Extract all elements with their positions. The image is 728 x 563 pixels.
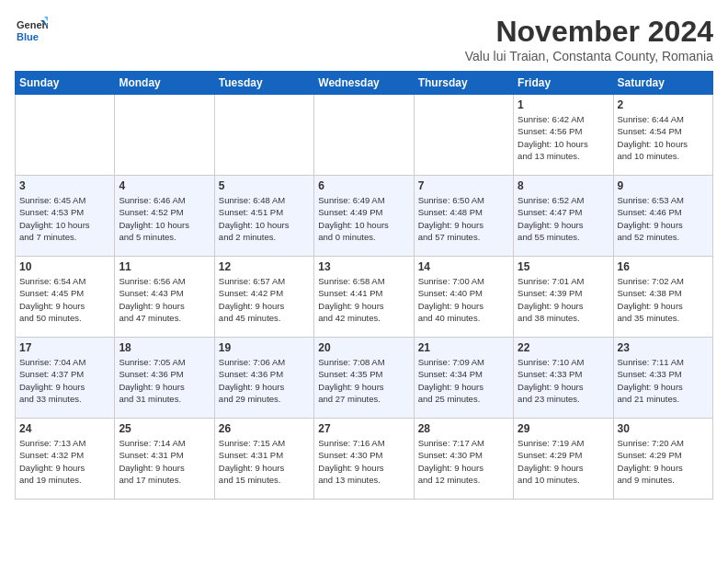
day-cell: 13Sunrise: 6:58 AM Sunset: 4:41 PM Dayli… (314, 257, 414, 338)
day-cell (214, 95, 313, 176)
day-number: 19 (219, 341, 310, 354)
weekday-header-sunday: Sunday (16, 72, 115, 95)
day-info: Sunrise: 6:54 AM Sunset: 4:45 PM Dayligh… (19, 275, 110, 324)
day-number: 17 (19, 341, 110, 354)
day-number: 30 (618, 422, 709, 435)
day-number: 8 (518, 179, 609, 192)
week-row-2: 3Sunrise: 6:45 AM Sunset: 4:53 PM Daylig… (16, 176, 713, 257)
day-info: Sunrise: 7:15 AM Sunset: 4:31 PM Dayligh… (219, 437, 310, 486)
day-number: 22 (518, 341, 609, 354)
weekday-header-saturday: Saturday (613, 72, 712, 95)
weekday-header-wednesday: Wednesday (314, 72, 414, 95)
day-cell: 24Sunrise: 7:13 AM Sunset: 4:32 PM Dayli… (16, 419, 115, 500)
day-number: 7 (418, 179, 509, 192)
day-info: Sunrise: 7:05 AM Sunset: 4:36 PM Dayligh… (119, 356, 210, 405)
day-cell: 25Sunrise: 7:14 AM Sunset: 4:31 PM Dayli… (115, 419, 214, 500)
weekday-header-row: SundayMondayTuesdayWednesdayThursdayFrid… (16, 72, 713, 95)
day-cell: 29Sunrise: 7:19 AM Sunset: 4:29 PM Dayli… (514, 419, 613, 500)
day-number: 12 (219, 260, 310, 273)
day-cell: 22Sunrise: 7:10 AM Sunset: 4:33 PM Dayli… (514, 338, 613, 419)
day-cell: 5Sunrise: 6:48 AM Sunset: 4:51 PM Daylig… (214, 176, 313, 257)
svg-text:Blue: Blue (17, 31, 39, 42)
weekday-header-tuesday: Tuesday (214, 72, 313, 95)
day-number: 24 (19, 422, 110, 435)
day-info: Sunrise: 7:16 AM Sunset: 4:30 PM Dayligh… (318, 437, 409, 486)
day-cell: 17Sunrise: 7:04 AM Sunset: 4:37 PM Dayli… (16, 338, 115, 419)
week-row-4: 17Sunrise: 7:04 AM Sunset: 4:37 PM Dayli… (16, 338, 713, 419)
header: General Blue November 2024 Valu lui Trai… (15, 15, 713, 63)
day-cell: 19Sunrise: 7:06 AM Sunset: 4:36 PM Dayli… (214, 338, 313, 419)
weekday-header-friday: Friday (514, 72, 613, 95)
day-cell (414, 95, 513, 176)
day-info: Sunrise: 6:46 AM Sunset: 4:52 PM Dayligh… (119, 194, 210, 243)
day-info: Sunrise: 7:04 AM Sunset: 4:37 PM Dayligh… (19, 356, 110, 405)
day-info: Sunrise: 7:09 AM Sunset: 4:34 PM Dayligh… (418, 356, 509, 405)
day-info: Sunrise: 6:49 AM Sunset: 4:49 PM Dayligh… (318, 194, 409, 243)
day-number: 6 (318, 179, 409, 192)
weekday-header-monday: Monday (115, 72, 214, 95)
day-number: 5 (219, 179, 310, 192)
day-cell: 16Sunrise: 7:02 AM Sunset: 4:38 PM Dayli… (613, 257, 712, 338)
calendar-table: SundayMondayTuesdayWednesdayThursdayFrid… (15, 71, 713, 500)
day-info: Sunrise: 6:48 AM Sunset: 4:51 PM Dayligh… (219, 194, 310, 243)
day-cell: 20Sunrise: 7:08 AM Sunset: 4:35 PM Dayli… (314, 338, 414, 419)
calendar-subtitle: Valu lui Traian, Constanta County, Roman… (465, 49, 713, 63)
calendar-title: November 2024 (465, 15, 713, 49)
week-row-5: 24Sunrise: 7:13 AM Sunset: 4:32 PM Dayli… (16, 419, 713, 500)
day-cell: 4Sunrise: 6:46 AM Sunset: 4:52 PM Daylig… (115, 176, 214, 257)
day-info: Sunrise: 7:06 AM Sunset: 4:36 PM Dayligh… (219, 356, 310, 405)
day-cell (115, 95, 214, 176)
day-cell: 7Sunrise: 6:50 AM Sunset: 4:48 PM Daylig… (414, 176, 513, 257)
day-info: Sunrise: 7:14 AM Sunset: 4:31 PM Dayligh… (119, 437, 210, 486)
day-number: 3 (19, 179, 110, 192)
logo-icon: General Blue (15, 15, 48, 48)
day-cell: 10Sunrise: 6:54 AM Sunset: 4:45 PM Dayli… (16, 257, 115, 338)
day-cell: 2Sunrise: 6:44 AM Sunset: 4:54 PM Daylig… (613, 95, 712, 176)
day-number: 4 (119, 179, 210, 192)
day-number: 28 (418, 422, 509, 435)
day-info: Sunrise: 6:42 AM Sunset: 4:56 PM Dayligh… (518, 113, 609, 162)
day-info: Sunrise: 7:10 AM Sunset: 4:33 PM Dayligh… (518, 356, 609, 405)
weekday-header-thursday: Thursday (414, 72, 513, 95)
day-cell: 9Sunrise: 6:53 AM Sunset: 4:46 PM Daylig… (613, 176, 712, 257)
logo: General Blue (15, 15, 48, 48)
week-row-1: 1Sunrise: 6:42 AM Sunset: 4:56 PM Daylig… (16, 95, 713, 176)
day-info: Sunrise: 7:19 AM Sunset: 4:29 PM Dayligh… (518, 437, 609, 486)
day-number: 29 (518, 422, 609, 435)
day-cell: 23Sunrise: 7:11 AM Sunset: 4:33 PM Dayli… (613, 338, 712, 419)
day-number: 27 (318, 422, 409, 435)
day-number: 18 (119, 341, 210, 354)
day-cell: 1Sunrise: 6:42 AM Sunset: 4:56 PM Daylig… (514, 95, 613, 176)
day-info: Sunrise: 6:56 AM Sunset: 4:43 PM Dayligh… (119, 275, 210, 324)
day-number: 9 (618, 179, 709, 192)
day-cell: 21Sunrise: 7:09 AM Sunset: 4:34 PM Dayli… (414, 338, 513, 419)
day-number: 14 (418, 260, 509, 273)
day-info: Sunrise: 7:11 AM Sunset: 4:33 PM Dayligh… (618, 356, 709, 405)
day-cell: 18Sunrise: 7:05 AM Sunset: 4:36 PM Dayli… (115, 338, 214, 419)
day-number: 10 (19, 260, 110, 273)
day-cell: 8Sunrise: 6:52 AM Sunset: 4:47 PM Daylig… (514, 176, 613, 257)
day-cell: 15Sunrise: 7:01 AM Sunset: 4:39 PM Dayli… (514, 257, 613, 338)
day-number: 26 (219, 422, 310, 435)
day-cell: 28Sunrise: 7:17 AM Sunset: 4:30 PM Dayli… (414, 419, 513, 500)
day-cell: 27Sunrise: 7:16 AM Sunset: 4:30 PM Dayli… (314, 419, 414, 500)
day-number: 13 (318, 260, 409, 273)
day-cell: 26Sunrise: 7:15 AM Sunset: 4:31 PM Dayli… (214, 419, 313, 500)
week-row-3: 10Sunrise: 6:54 AM Sunset: 4:45 PM Dayli… (16, 257, 713, 338)
day-cell: 11Sunrise: 6:56 AM Sunset: 4:43 PM Dayli… (115, 257, 214, 338)
day-cell (314, 95, 414, 176)
day-info: Sunrise: 6:52 AM Sunset: 4:47 PM Dayligh… (518, 194, 609, 243)
day-number: 2 (618, 98, 709, 111)
day-info: Sunrise: 7:13 AM Sunset: 4:32 PM Dayligh… (19, 437, 110, 486)
day-cell: 14Sunrise: 7:00 AM Sunset: 4:40 PM Dayli… (414, 257, 513, 338)
day-cell: 12Sunrise: 6:57 AM Sunset: 4:42 PM Dayli… (214, 257, 313, 338)
day-number: 15 (518, 260, 609, 273)
day-number: 11 (119, 260, 210, 273)
day-info: Sunrise: 6:53 AM Sunset: 4:46 PM Dayligh… (618, 194, 709, 243)
day-number: 25 (119, 422, 210, 435)
day-info: Sunrise: 7:08 AM Sunset: 4:35 PM Dayligh… (318, 356, 409, 405)
day-info: Sunrise: 7:00 AM Sunset: 4:40 PM Dayligh… (418, 275, 509, 324)
day-number: 20 (318, 341, 409, 354)
day-info: Sunrise: 6:44 AM Sunset: 4:54 PM Dayligh… (618, 113, 709, 162)
day-number: 16 (618, 260, 709, 273)
